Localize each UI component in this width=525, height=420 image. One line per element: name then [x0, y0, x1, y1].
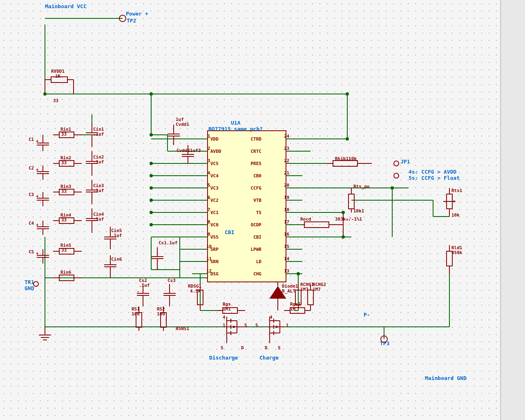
svg-point-224 [394, 161, 399, 166]
svg-text:VC4: VC4 [210, 173, 219, 179]
svg-point-255 [150, 162, 153, 165]
rgs1-val: 1M [290, 306, 296, 312]
svg-point-263 [342, 211, 345, 214]
rvdd1-33: 33 [53, 98, 58, 103]
svg-text:CHG: CHG [253, 271, 261, 277]
cin1-val: .1uf [93, 132, 104, 137]
svg-rect-222 [333, 161, 357, 166]
cvdd1-name: Cvdd1 [176, 122, 189, 127]
rin6-label: Rin6 [60, 270, 71, 275]
cvdd2-label: Cvdd21uf3 [176, 148, 201, 153]
rts-10k1-label: 10k1 [353, 208, 364, 214]
svg-point-256 [150, 174, 153, 177]
svg-marker-195 [276, 326, 280, 328]
svg-point-253 [346, 92, 349, 96]
jp1-desc2: 5s: CCFG > Float [409, 175, 460, 181]
svg-text:8: 8 [208, 219, 210, 225]
rgs-val: 1M1 [223, 306, 231, 312]
jp1-desc1: 4s: CCFG > AVDD [409, 169, 457, 175]
svg-point-225 [394, 173, 399, 178]
svg-text:24: 24 [284, 134, 290, 139]
p-minus-label: P- [364, 312, 370, 318]
svg-text:6: 6 [208, 195, 210, 200]
svg-text:14: 14 [284, 256, 290, 261]
svg-text:LPWR: LPWR [251, 247, 262, 252]
transistor-d-label: D [241, 345, 244, 351]
svg-text:VC0: VC0 [210, 222, 219, 228]
svg-text:PRES: PRES [251, 161, 262, 166]
svg-text:TS: TS [256, 210, 261, 215]
svg-text:16: 16 [284, 232, 290, 237]
svg-text:15: 15 [284, 244, 289, 249]
discharge-4-label: 4 [223, 315, 226, 320]
svg-text:18: 18 [284, 207, 289, 212]
svg-text:10: 10 [206, 244, 212, 249]
svg-text:4: 4 [208, 170, 210, 176]
cin5-val: .1uf [111, 233, 122, 238]
rts-pu-label: Rts_pu [353, 184, 370, 189]
svg-text:+: + [36, 167, 39, 172]
svg-rect-216 [308, 290, 313, 305]
svg-text:5: 5 [208, 183, 210, 188]
svg-text:1: 1 [208, 134, 210, 139]
svg-text:+: + [36, 138, 39, 143]
c1-label: C1 [29, 137, 34, 142]
cs1-label: Cs1.1uf [159, 240, 177, 246]
svg-text:VC2: VC2 [210, 198, 219, 203]
svg-point-257 [150, 186, 153, 190]
svg-text:7: 7 [208, 207, 210, 212]
c5-label: C5 [29, 249, 34, 255]
svg-point-258 [150, 199, 153, 202]
rs1-val: 100 [132, 311, 140, 317]
rocd-val: 383k+/-1%1 [335, 217, 362, 222]
ic-desc-label: BQ77915 same pcb? [208, 126, 263, 132]
svg-marker-180 [233, 326, 237, 328]
cbi-label: CBI [225, 229, 234, 235]
right-panel [500, 0, 525, 420]
svg-text:+: + [36, 222, 39, 227]
charge-label: Charge [259, 355, 279, 361]
svg-text:+: + [36, 193, 39, 199]
rts1-label: Rts1 [451, 188, 462, 193]
svg-text:22: 22 [284, 158, 289, 163]
rhib-label: Rhib110k [335, 156, 357, 161]
svg-text:CTRD: CTRD [251, 136, 262, 142]
svg-text:9: 9 [208, 232, 210, 237]
ic-name-label: U1A [231, 120, 241, 126]
rdsg1-val: 4.5k [190, 288, 201, 294]
cin3-val: .1uf [93, 188, 104, 193]
svg-text:13: 13 [284, 268, 289, 274]
svg-text:OCDP: OCDP [251, 222, 262, 228]
c3-label: C3 [29, 192, 34, 197]
cin6-label: Cin6 [111, 257, 122, 262]
svg-point-314 [34, 281, 38, 286]
rs2-val: 100 [157, 311, 165, 317]
discharge-label: Discharge [209, 355, 238, 361]
svg-text:19: 19 [284, 195, 289, 200]
svg-point-265 [297, 272, 300, 275]
rvdd1-val: 1K [55, 74, 61, 79]
svg-text:VTB: VTB [253, 198, 261, 203]
mainboard-vcc-label: Mainboard VCC [45, 3, 87, 9]
svg-text:2: 2 [208, 146, 210, 151]
svg-text:-: - [137, 289, 140, 294]
rocd-label: Rocd [300, 217, 311, 222]
svg-text:12: 12 [206, 268, 212, 274]
transistor-s-label: S [221, 345, 223, 351]
charge-s-label: S [278, 345, 281, 351]
svg-rect-209 [304, 222, 329, 228]
mainboard-gnd-label: Mainboard GND [425, 375, 467, 381]
c2-label: C2 [29, 165, 34, 171]
rchg2-val: 1M7 [313, 287, 321, 292]
svg-text:CCFG: CCFG [251, 185, 262, 191]
svg-point-261 [346, 137, 349, 141]
rchg1-val: 1M7 [300, 287, 308, 292]
charge-5-label: 5 [255, 323, 258, 328]
svg-text:CBI: CBI [253, 235, 261, 240]
svg-text:11: 11 [206, 256, 212, 261]
svg-text:20: 20 [284, 183, 289, 188]
svg-text:LD: LD [256, 259, 262, 264]
svg-text:3: 3 [208, 158, 210, 163]
discharge-5-label: 5 [244, 323, 247, 328]
diode1-type: D_ALT [282, 288, 295, 294]
